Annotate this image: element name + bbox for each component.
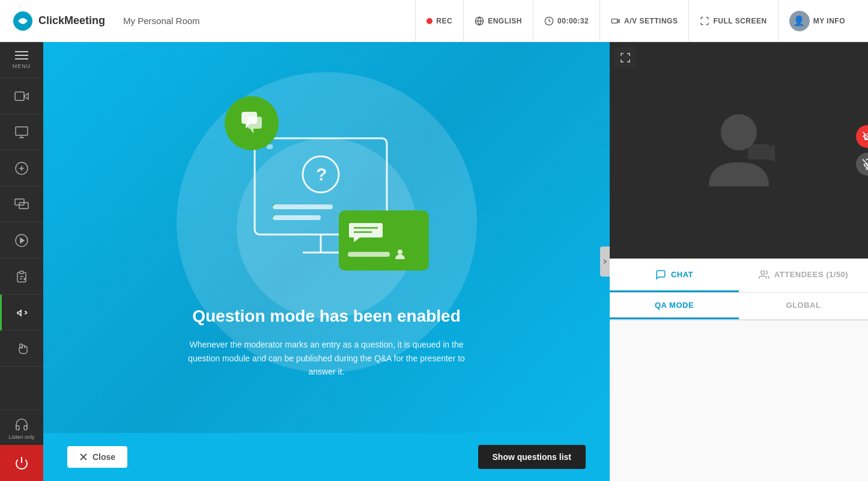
sidebar-bottom: Listen only — [0, 409, 43, 481]
chat-message-icon — [348, 222, 384, 243]
show-questions-button[interactable]: Show questions list — [478, 445, 586, 469]
person-icon-card — [395, 249, 405, 260]
exit-button[interactable] — [0, 445, 43, 481]
logo[interactable]: ClickMeeting — [12, 10, 105, 32]
page-title: My Personal Room — [117, 16, 200, 26]
collapse-icon — [620, 52, 631, 63]
language-label: ENGLISH — [488, 17, 522, 25]
sidebar-item-media[interactable] — [0, 222, 43, 259]
timer-control[interactable]: 00:00:32 — [533, 0, 599, 42]
hamburger-line-3 — [15, 58, 28, 60]
svg-rect-6 — [15, 92, 24, 100]
menu-button[interactable]: MENU — [0, 42, 43, 78]
edit-icon — [14, 161, 29, 176]
megaphone-icon — [16, 305, 30, 320]
svg-text:?: ? — [316, 164, 327, 184]
logo-text: ClickMeeting — [38, 14, 105, 27]
fullscreen-control[interactable]: FULL SCREEN — [688, 0, 777, 42]
timer-label: 00:00:32 — [557, 17, 589, 25]
video-slash-icon — [862, 131, 868, 142]
globe-icon — [475, 16, 484, 26]
svg-rect-29 — [273, 215, 321, 220]
green-chat-bubble — [225, 96, 279, 150]
language-control[interactable]: ENGLISH — [463, 0, 533, 42]
video-mute-button[interactable] — [856, 125, 868, 148]
right-panel: CHAT ATTENDEES (1/50) QA MODE GLOBAL — [610, 42, 868, 481]
content-area: ? ✓ ✓ — [43, 42, 610, 481]
sub-tab-global[interactable]: GLOBAL — [739, 293, 868, 319]
center-text-area: Question mode has been enabled Whenever … — [177, 307, 477, 378]
video-area — [610, 42, 868, 259]
svg-point-44 — [761, 271, 765, 274]
listen-only-label: Listen only — [8, 434, 34, 440]
fullscreen-label: FULL SCREEN — [713, 17, 766, 25]
rec-control[interactable]: REC — [415, 0, 463, 42]
tab-attendees-label: ATTENDEES (1/50) — [774, 270, 848, 279]
video-settings-icon — [611, 16, 621, 26]
chat-tab-icon — [655, 269, 666, 280]
my-info-control[interactable]: 👤 MY INFO — [778, 0, 856, 42]
av-settings-control[interactable]: A/V SETTINGS — [599, 0, 688, 42]
tab-chat[interactable]: CHAT — [610, 259, 739, 292]
sidebar: MENU — [0, 42, 43, 481]
sidebar-item-screen-share[interactable] — [0, 186, 43, 222]
svg-point-20 — [24, 278, 25, 280]
presentation-icon — [14, 125, 29, 139]
hamburger-line-2 — [15, 55, 28, 56]
green-message-card — [339, 210, 429, 271]
sidebar-item-edit[interactable] — [0, 150, 43, 186]
presentation-area: ? ✓ ✓ — [43, 42, 610, 433]
tab-bar: CHAT ATTENDEES (1/50) — [610, 259, 868, 293]
header-controls: REC ENGLISH 00:00:32 A/V SETTINGS FULL S… — [415, 0, 856, 42]
av-settings-label: A/V SETTINGS — [624, 17, 678, 25]
audio-mute-button[interactable] — [856, 153, 868, 176]
fullscreen-icon — [700, 16, 709, 26]
rec-label: REC — [436, 17, 452, 25]
svg-point-34 — [398, 250, 402, 254]
svg-point-1 — [20, 19, 25, 23]
panel-toggle-button[interactable] — [600, 247, 610, 277]
sidebar-item-presentation[interactable] — [0, 114, 43, 150]
sidebar-item-survey[interactable] — [0, 259, 43, 295]
collapse-video-button[interactable] — [615, 47, 636, 69]
screen-share-icon — [14, 197, 29, 212]
hamburger-line-1 — [15, 51, 28, 52]
svg-rect-7 — [16, 127, 28, 135]
svg-marker-16 — [20, 238, 24, 243]
clock-icon — [544, 16, 554, 26]
listen-only-button[interactable]: Listen only — [0, 409, 43, 445]
svg-rect-27 — [273, 204, 333, 209]
close-button-label: Close — [93, 452, 115, 462]
chat-content — [610, 320, 868, 481]
rec-dot — [426, 18, 432, 24]
headphone-icon — [14, 417, 29, 432]
video-action-buttons — [856, 125, 868, 176]
chevron-right-icon — [602, 259, 608, 265]
svg-text:✓: ✓ — [272, 201, 276, 208]
play-icon — [14, 233, 29, 248]
main-area: MENU — [0, 42, 868, 481]
bottom-bar: Close Show questions list — [43, 433, 610, 481]
my-info-label: MY INFO — [813, 17, 845, 25]
menu-label: MENU — [13, 63, 31, 69]
illustration: ? ✓ ✓ — [225, 96, 429, 289]
sidebar-item-interactive[interactable] — [0, 331, 43, 367]
svg-rect-17 — [20, 271, 23, 274]
sidebar-item-announcement[interactable] — [0, 295, 43, 331]
clickmeeting-logo-icon — [12, 10, 34, 32]
tab-chat-label: CHAT — [671, 270, 693, 279]
svg-rect-5 — [612, 19, 617, 23]
card-line-1 — [348, 252, 390, 257]
avatar: 👤 — [789, 11, 810, 31]
close-button[interactable]: Close — [67, 446, 127, 468]
sub-tab-qa[interactable]: QA MODE — [610, 293, 739, 319]
touch-icon — [14, 342, 29, 356]
header: ClickMeeting My Personal Room REC ENGLIS… — [0, 0, 868, 42]
sidebar-item-camera[interactable] — [0, 78, 43, 114]
tab-attendees[interactable]: ATTENDEES (1/50) — [739, 259, 868, 292]
svg-rect-38 — [748, 144, 769, 159]
question-mode-heading: Question mode has been enabled — [177, 307, 477, 326]
chat-bubbles-icon — [237, 108, 267, 138]
sub-tab-bar: QA MODE GLOBAL — [610, 293, 868, 320]
attendees-tab-icon — [759, 269, 769, 280]
